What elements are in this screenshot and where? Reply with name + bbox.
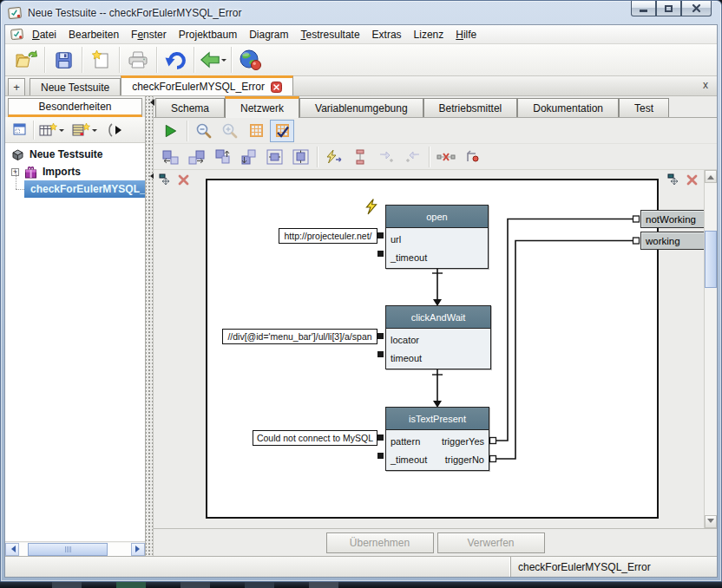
close-button[interactable] — [681, 1, 712, 16]
close-tab-icon[interactable] — [271, 82, 282, 93]
scroll-up-button[interactable] — [705, 170, 717, 183]
main-area: Besonderheiten — [5, 96, 717, 556]
new-row-button[interactable] — [69, 120, 100, 140]
run-button[interactable] — [158, 120, 182, 142]
open-button[interactable] — [8, 46, 44, 75]
print-button[interactable] — [120, 46, 156, 75]
editor-pane: Schema Netzwerk Variablenumgebung Betrie… — [154, 96, 717, 556]
scroll-thumb[interactable] — [705, 231, 717, 288]
zoom-in-button[interactable] — [218, 120, 242, 142]
move-left-button[interactable] — [158, 146, 182, 168]
new-table-icon — [39, 122, 58, 138]
title-bar[interactable]: Neue Testsuite -- checkForEulerMYSQL_Err… — [1, 1, 721, 24]
apply-button[interactable]: Übernehmen — [326, 532, 434, 553]
status-current-item: checkForEulerMYSQL_Error — [510, 557, 717, 577]
port-timeout[interactable]: _timeout — [391, 454, 427, 465]
maximize-button[interactable] — [656, 1, 681, 16]
move-up-button[interactable] — [210, 146, 234, 168]
node-istextpresent[interactable]: isTextPresent patterntriggerYes _timeout… — [385, 407, 489, 471]
delete-icon[interactable] — [686, 174, 698, 186]
port-triggeryes[interactable]: triggerYes — [442, 436, 484, 447]
tab-dokumentation[interactable]: Dokumentation — [517, 98, 619, 117]
move-canvas-icon[interactable] — [667, 173, 680, 186]
port-timeout[interactable]: timeout — [391, 353, 422, 363]
menu-diagram[interactable]: Diagram — [243, 26, 294, 43]
back-dropdown-icon[interactable] — [221, 59, 226, 64]
align-input-button[interactable] — [374, 146, 398, 168]
sidebar: Besonderheiten — [5, 96, 146, 556]
move-down-button[interactable] — [236, 146, 260, 168]
scroll-thumb[interactable] — [28, 543, 108, 556]
menu-extras[interactable]: Extras — [366, 26, 408, 43]
tab-neue-testsuite[interactable]: Neue Testsuite — [30, 78, 121, 95]
remove-connection-button[interactable] — [434, 146, 458, 168]
output-notworking[interactable]: notWorking — [640, 210, 710, 228]
menu-projektbaum[interactable]: Projektbaum — [173, 26, 243, 43]
add-tab-button[interactable]: + — [8, 78, 25, 95]
menu-fenster[interactable]: Fenster — [125, 26, 173, 43]
tab-besonderheiten[interactable]: Besonderheiten — [8, 98, 142, 117]
sidebar-horizontal-scrollbar[interactable] — [5, 541, 145, 556]
toolbar-overflow-button[interactable] — [104, 120, 128, 140]
new-testcase-button[interactable] — [36, 120, 67, 140]
output-working[interactable]: working — [640, 232, 710, 250]
port-locator[interactable]: locator — [391, 335, 419, 345]
center-vertical-button[interactable] — [288, 146, 312, 168]
network-canvas-region: open url _timeout clickAndWait locator t… — [154, 170, 717, 528]
port-timeout[interactable]: _timeout — [391, 252, 427, 263]
input-value-pattern[interactable]: Could not connect to MySQL — [253, 430, 377, 446]
grid-icon — [250, 124, 263, 137]
node-open[interactable]: open url _timeout — [385, 205, 489, 269]
input-value-url[interactable]: http://projecteuler.net/ — [279, 228, 377, 244]
panel-splitter[interactable] — [146, 96, 154, 556]
back-button[interactable] — [194, 46, 231, 75]
menu-bearbeiten[interactable]: Bearbeiten — [62, 26, 125, 43]
tab-netzwerk[interactable]: Netzwerk — [225, 96, 299, 118]
move-right-button[interactable] — [184, 146, 208, 168]
tab-test[interactable]: Test — [619, 98, 669, 117]
snap-to-grid-button[interactable] — [270, 120, 294, 142]
menu-lizenz[interactable]: Lizenz — [408, 26, 450, 43]
input-value-locator[interactable]: //div[@id='menu_bar']/ul/li[3]/a/span — [222, 329, 377, 344]
node-clickandwait[interactable]: clickAndWait locator timeout — [385, 305, 491, 369]
tree-item-checkforeulermysql[interactable]: checkForEulerMYSQL_Error — [24, 180, 145, 198]
save-button[interactable] — [45, 46, 82, 75]
web-button[interactable] — [232, 46, 268, 75]
scroll-track[interactable] — [19, 543, 131, 556]
collapse-arrow-icon[interactable] — [147, 99, 154, 106]
tab-betriebsmittel[interactable]: Betriebsmittel — [423, 98, 518, 117]
play-icon — [163, 123, 178, 139]
menu-testresultate[interactable]: Testresultate — [295, 26, 366, 43]
auto-layout-button[interactable] — [322, 146, 346, 168]
scroll-left-button[interactable] — [5, 543, 19, 556]
menu-hilfe[interactable]: Hilfe — [450, 26, 482, 43]
main-toolbar — [5, 44, 717, 76]
grid-toggle-button[interactable] — [244, 120, 268, 142]
tree-item-imports[interactable]: + Imports — [5, 163, 145, 180]
minimize-button[interactable] — [631, 1, 656, 16]
scroll-right-button[interactable] — [131, 543, 145, 556]
port-triggerno[interactable]: triggerNo — [445, 454, 484, 465]
delete-icon[interactable] — [178, 174, 189, 186]
tab-schema[interactable]: Schema — [155, 98, 225, 117]
tree-item-testsuite[interactable]: Neue Testsuite — [5, 146, 145, 163]
align-output-button[interactable] — [400, 146, 424, 168]
trace-connection-button[interactable] — [460, 146, 484, 168]
new-document-button[interactable] — [82, 46, 119, 75]
move-down-icon — [240, 149, 257, 165]
zoom-out-button[interactable] — [192, 120, 216, 142]
tab-checkforeulermysql-error[interactable]: checkForEulerMYSQL_Error — [121, 75, 293, 95]
move-canvas-icon[interactable] — [159, 173, 172, 186]
close-tabbar-button[interactable]: x — [703, 79, 708, 91]
port-url[interactable]: url — [391, 234, 401, 245]
center-horizontal-button[interactable] — [262, 146, 286, 168]
menu-datei[interactable]: Datei — [26, 26, 62, 43]
show-panel-button[interactable] — [9, 120, 30, 140]
tab-variablenumgebung[interactable]: Variablenumgebung — [299, 98, 423, 117]
canvas-vertical-scrollbar[interactable] — [704, 170, 717, 528]
undo-button[interactable] — [157, 46, 194, 75]
discard-button[interactable]: Verwerfen — [437, 532, 545, 553]
scroll-down-button[interactable] — [705, 515, 717, 528]
distribute-vertical-button[interactable] — [348, 146, 372, 168]
port-pattern[interactable]: pattern — [391, 436, 420, 447]
